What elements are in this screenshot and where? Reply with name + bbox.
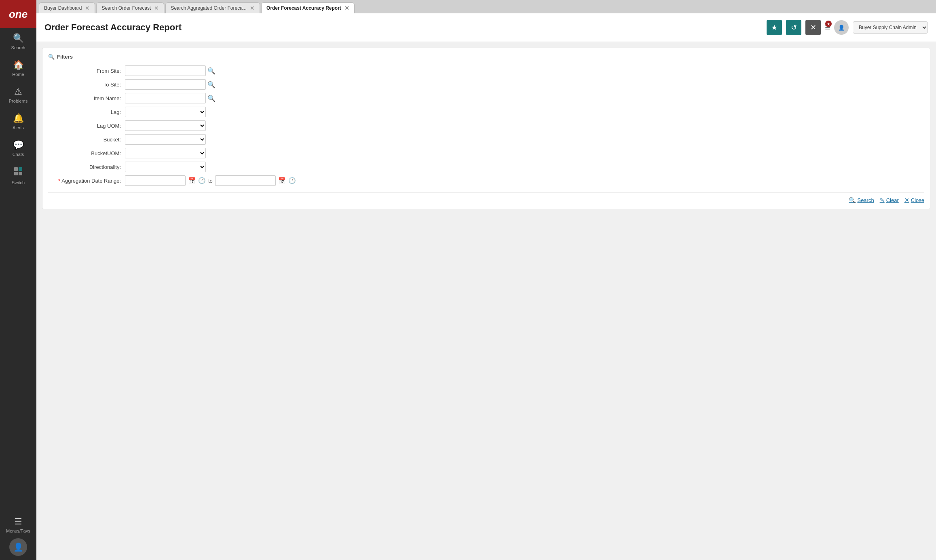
svg-rect-3 bbox=[19, 172, 22, 175]
filter-row-lag-uom: Lag UOM: bbox=[48, 120, 924, 131]
close-action-button[interactable]: ✕ Close bbox=[904, 197, 924, 203]
filter-icon: 🔍 bbox=[48, 54, 55, 60]
sidebar-bottom: ☰ Menus/Favs 👤 bbox=[0, 512, 36, 560]
sidebar-item-menus[interactable]: ☰ Menus/Favs bbox=[0, 512, 36, 538]
tab-bar: Buyer Dashboard ✕ Search Order Forecast … bbox=[36, 0, 936, 13]
date-range-group: 📅 🕐 to 📅 🕐 bbox=[125, 175, 296, 186]
aggregation-date-from[interactable] bbox=[125, 175, 186, 186]
refresh-icon: ↺ bbox=[791, 23, 797, 32]
bucket-select[interactable] bbox=[125, 134, 206, 145]
lag-uom-select[interactable] bbox=[125, 120, 206, 131]
clock-from-btn[interactable]: 🕐 bbox=[198, 177, 206, 184]
menu-icon: ☰ bbox=[14, 516, 22, 527]
sidebar-item-label: Alerts bbox=[13, 125, 24, 130]
search-action-icon: 🔍 bbox=[849, 197, 856, 203]
page-header: Order Forecast Accuracy Report ★ ↺ ✕ ≡ ★… bbox=[36, 13, 936, 42]
directionality-select[interactable] bbox=[125, 162, 206, 172]
tab-close-search-aggregated[interactable]: ✕ bbox=[250, 5, 255, 11]
filter-row-item-name: Item Name: 🔍 bbox=[48, 93, 924, 103]
bucket-uom-label: BucketUOM: bbox=[48, 150, 125, 156]
to-site-search-btn[interactable]: 🔍 bbox=[207, 81, 216, 88]
close-action-icon: ✕ bbox=[904, 197, 909, 203]
from-site-input[interactable] bbox=[125, 65, 206, 76]
menu-badge: ★ bbox=[825, 21, 832, 27]
app-logo[interactable]: one bbox=[0, 0, 36, 28]
tab-label: Order Forecast Accuracy Report bbox=[266, 5, 341, 11]
sidebar-item-problems[interactable]: ⚠ Problems bbox=[0, 82, 36, 108]
sidebar-item-home[interactable]: 🏠 Home bbox=[0, 55, 36, 82]
from-site-label: From Site: bbox=[48, 68, 125, 74]
user-role-dropdown[interactable]: Buyer Supply Chain Admin bbox=[853, 21, 928, 34]
sidebar-item-alerts[interactable]: 🔔 Alerts bbox=[0, 108, 36, 135]
menus-label: Menus/Favs bbox=[6, 528, 30, 533]
tab-search-order-forecast[interactable]: Search Order Forecast ✕ bbox=[96, 2, 164, 13]
aggregation-date-to[interactable] bbox=[215, 175, 276, 186]
switch-label: Switch bbox=[12, 180, 25, 185]
star-icon: ★ bbox=[771, 23, 778, 32]
user-avatar-icon: 👤 bbox=[838, 25, 845, 31]
filters-header: 🔍 Filters bbox=[48, 54, 924, 60]
lag-select[interactable] bbox=[125, 107, 206, 117]
to-site-input[interactable] bbox=[125, 79, 206, 90]
bucket-uom-select[interactable] bbox=[125, 148, 206, 158]
filter-row-aggregation-date: Aggregation Date Range: 📅 🕐 to 📅 🕐 bbox=[48, 175, 924, 186]
clear-action-button[interactable]: ✎ Clear bbox=[880, 197, 899, 203]
sidebar-item-switch[interactable]: Switch bbox=[0, 162, 36, 190]
aggregation-date-label: Aggregation Date Range: bbox=[48, 178, 125, 184]
menu-button[interactable]: ≡ ★ bbox=[825, 22, 830, 33]
sidebar-item-chats[interactable]: 💬 Chats bbox=[0, 135, 36, 162]
close-button[interactable]: ✕ bbox=[805, 20, 821, 35]
tab-close-buyer-dashboard[interactable]: ✕ bbox=[85, 5, 90, 11]
filter-actions: 🔍 Search ✎ Clear ✕ Close bbox=[48, 192, 924, 203]
tab-close-order-forecast-accuracy[interactable]: ✕ bbox=[344, 5, 349, 11]
svg-rect-2 bbox=[14, 172, 18, 175]
search-icon: 🔍 bbox=[13, 33, 24, 44]
close-action-label: Close bbox=[911, 197, 924, 203]
logo-text: one bbox=[9, 8, 27, 21]
calendar-from-btn[interactable]: 📅 bbox=[188, 177, 196, 184]
search-action-button[interactable]: 🔍 Search bbox=[849, 197, 874, 203]
item-name-input[interactable] bbox=[125, 93, 206, 103]
refresh-button[interactable]: ↺ bbox=[786, 20, 801, 35]
sidebar-item-search[interactable]: 🔍 Search bbox=[0, 28, 36, 55]
tab-buyer-dashboard[interactable]: Buyer Dashboard ✕ bbox=[39, 2, 95, 13]
home-icon: 🏠 bbox=[13, 60, 24, 70]
warning-icon: ⚠ bbox=[14, 86, 22, 97]
from-site-search-btn[interactable]: 🔍 bbox=[207, 67, 216, 75]
sidebar: one 🔍 Search 🏠 Home ⚠ Problems 🔔 Alerts … bbox=[0, 0, 36, 560]
tab-label: Search Order Forecast bbox=[101, 5, 151, 11]
svg-rect-1 bbox=[19, 167, 22, 171]
close-icon: ✕ bbox=[810, 23, 816, 32]
main-content: Buyer Dashboard ✕ Search Order Forecast … bbox=[36, 0, 936, 560]
item-name-label: Item Name: bbox=[48, 95, 125, 101]
lag-uom-label: Lag UOM: bbox=[48, 123, 125, 129]
filter-row-bucket: Bucket: bbox=[48, 134, 924, 145]
tab-search-aggregated[interactable]: Search Aggregated Order Foreca... ✕ bbox=[165, 2, 260, 13]
svg-rect-0 bbox=[14, 167, 18, 171]
tab-close-search-order-forecast[interactable]: ✕ bbox=[154, 5, 159, 11]
star-button[interactable]: ★ bbox=[767, 20, 782, 35]
filters-panel: 🔍 Filters From Site: 🔍 To Site: 🔍 Item N… bbox=[42, 48, 930, 209]
filter-row-bucket-uom: BucketUOM: bbox=[48, 148, 924, 158]
clock-to-btn[interactable]: 🕐 bbox=[288, 177, 296, 184]
filter-row-directionality: Directionality: bbox=[48, 162, 924, 172]
chat-icon: 💬 bbox=[13, 140, 24, 150]
sidebar-item-label: Chats bbox=[13, 152, 24, 157]
search-action-label: Search bbox=[857, 197, 874, 203]
filters-title: Filters bbox=[57, 54, 73, 60]
sidebar-item-label: Home bbox=[12, 72, 24, 77]
calendar-to-btn[interactable]: 📅 bbox=[278, 177, 286, 184]
user-avatar-header: 👤 bbox=[834, 20, 849, 35]
content-area: Order Forecast Accuracy Report ★ ↺ ✕ ≡ ★… bbox=[36, 13, 936, 560]
user-avatar[interactable]: 👤 bbox=[9, 538, 27, 556]
bell-icon: 🔔 bbox=[13, 113, 24, 124]
filter-row-to-site: To Site: 🔍 bbox=[48, 79, 924, 90]
to-label: to bbox=[208, 178, 213, 184]
page-title: Order Forecast Accuracy Report bbox=[44, 22, 182, 33]
directionality-label: Directionality: bbox=[48, 164, 125, 170]
tab-order-forecast-accuracy[interactable]: Order Forecast Accuracy Report ✕ bbox=[261, 2, 355, 13]
tab-label: Buyer Dashboard bbox=[44, 5, 82, 11]
user-role-select[interactable]: Buyer Supply Chain Admin bbox=[853, 21, 928, 34]
lag-label: Lag: bbox=[48, 109, 125, 115]
item-name-search-btn[interactable]: 🔍 bbox=[207, 95, 216, 102]
